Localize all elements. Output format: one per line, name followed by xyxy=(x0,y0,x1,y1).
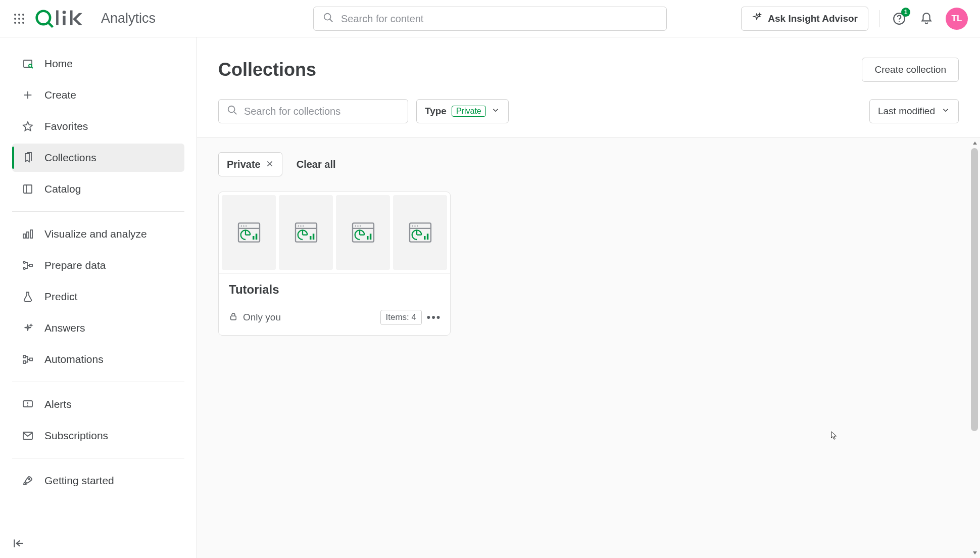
svg-line-43 xyxy=(234,112,237,115)
svg-line-20 xyxy=(31,67,33,68)
svg-point-30 xyxy=(23,267,25,269)
sidebar-item-label: Answers xyxy=(44,322,85,334)
svg-rect-32 xyxy=(23,355,26,358)
content-area: Private Clear all xyxy=(197,138,980,558)
sidebar-item-label: Automations xyxy=(44,353,104,365)
create-collection-button[interactable]: Create collection xyxy=(862,58,959,82)
chart-icon xyxy=(21,227,34,241)
notifications-button[interactable] xyxy=(918,11,935,27)
sidebar-item-subscriptions[interactable]: Subscriptions xyxy=(12,422,184,450)
page-header: Collections Create collection Type Priva… xyxy=(197,37,980,138)
app-thumb-icon xyxy=(279,195,333,270)
ask-insight-advisor-button[interactable]: Ask Insight Advisor xyxy=(741,7,868,31)
data-flow-icon xyxy=(21,259,34,272)
title-row: Collections Create collection xyxy=(218,58,959,82)
collection-title: Tutorials xyxy=(229,283,440,297)
divider xyxy=(12,458,184,458)
svg-rect-82 xyxy=(231,316,236,320)
sidebar-item-collections[interactable]: Collections xyxy=(12,144,184,172)
filter-chip-private[interactable]: Private xyxy=(218,152,282,176)
svg-point-14 xyxy=(324,14,331,20)
svg-rect-18 xyxy=(24,60,32,67)
sidebar-item-predict[interactable]: Predict xyxy=(12,283,184,311)
svg-point-75 xyxy=(414,225,415,226)
sidebar-item-label: Visualize and analyze xyxy=(44,228,147,240)
svg-point-76 xyxy=(417,225,418,226)
svg-point-57 xyxy=(300,225,301,226)
sidebar-item-label: Create xyxy=(44,89,76,101)
svg-rect-62 xyxy=(310,236,312,240)
svg-rect-24 xyxy=(24,185,32,193)
automation-icon xyxy=(21,353,34,366)
scroll-up-icon[interactable] xyxy=(971,139,979,147)
collections-search[interactable] xyxy=(218,99,408,123)
svg-rect-26 xyxy=(23,234,25,238)
app-launcher-icon[interactable] xyxy=(12,12,26,26)
sidebar-item-home[interactable]: Home xyxy=(12,50,184,78)
scroll-thumb[interactable] xyxy=(971,148,978,431)
sidebar-item-visualize[interactable]: Visualize and analyze xyxy=(12,220,184,248)
filters-row: Type Private Last modified xyxy=(218,99,959,123)
svg-point-74 xyxy=(412,225,413,226)
app-thumb-icon xyxy=(393,195,447,270)
sort-label: Last modified xyxy=(878,106,935,117)
sidebar-item-automations[interactable]: Automations xyxy=(12,345,184,374)
vertical-scrollbar[interactable] xyxy=(971,138,979,558)
sidebar-item-favorites[interactable]: Favorites xyxy=(12,112,184,141)
active-filters: Private Clear all xyxy=(218,152,959,176)
card-preview xyxy=(219,192,450,273)
topbar-right: Ask Insight Advisor 1 TL xyxy=(741,7,968,31)
collections-search-input[interactable] xyxy=(244,106,400,117)
sidebar-item-prepare-data[interactable]: Prepare data xyxy=(12,251,184,280)
svg-point-39 xyxy=(29,479,30,480)
avatar[interactable]: TL xyxy=(946,8,968,30)
star-icon xyxy=(21,120,34,133)
svg-rect-27 xyxy=(27,232,29,238)
svg-point-48 xyxy=(243,225,244,226)
sidebar-item-label: Catalog xyxy=(44,183,81,195)
lock-icon xyxy=(229,312,238,323)
plus-icon xyxy=(21,88,34,102)
sidebar-item-getting-started[interactable]: Getting started xyxy=(12,467,184,495)
svg-rect-54 xyxy=(255,234,257,240)
ask-insight-advisor-label: Ask Insight Advisor xyxy=(768,13,858,24)
sidebar-item-label: Predict xyxy=(44,291,77,303)
svg-rect-63 xyxy=(312,234,314,240)
bookmark-collection-icon xyxy=(21,151,34,164)
qlik-logo-icon[interactable] xyxy=(35,8,89,30)
collection-card[interactable]: Tutorials Only you Items: 4 ••• xyxy=(218,192,451,336)
more-options-icon[interactable]: ••• xyxy=(428,311,440,324)
svg-marker-83 xyxy=(973,142,977,145)
svg-point-5 xyxy=(22,18,24,20)
scroll-down-icon[interactable] xyxy=(971,549,979,557)
sidebar-item-answers[interactable]: Answers xyxy=(12,314,184,342)
sidebar-item-label: Favorites xyxy=(44,120,88,132)
sidebar-item-alerts[interactable]: Alerts xyxy=(12,390,184,418)
flask-icon xyxy=(21,290,34,303)
svg-point-2 xyxy=(22,14,24,16)
svg-point-12 xyxy=(63,11,66,14)
items-count: Items: 4 xyxy=(380,310,422,325)
svg-point-7 xyxy=(18,22,20,24)
sort-dropdown[interactable]: Last modified xyxy=(869,99,959,123)
global-search-input[interactable] xyxy=(341,13,657,25)
sparkle-small-icon xyxy=(21,321,34,335)
clear-all-button[interactable]: Clear all xyxy=(297,159,336,170)
type-value: Private xyxy=(452,106,486,117)
svg-point-66 xyxy=(357,225,358,226)
global-search[interactable] xyxy=(313,7,667,31)
collapse-sidebar-icon[interactable] xyxy=(12,537,27,552)
help-button[interactable]: 1 xyxy=(891,11,907,27)
svg-point-49 xyxy=(246,225,247,226)
close-icon[interactable] xyxy=(266,159,274,170)
svg-rect-11 xyxy=(56,10,59,25)
type-dropdown[interactable]: Type Private xyxy=(416,99,509,123)
svg-rect-28 xyxy=(30,230,32,238)
logo-wrap: Analytics xyxy=(35,8,156,30)
svg-point-37 xyxy=(27,405,28,406)
sidebar-item-catalog[interactable]: Catalog xyxy=(12,175,184,203)
sidebar-item-create[interactable]: Create xyxy=(12,81,184,109)
sparkle-icon xyxy=(752,12,762,25)
envelope-icon xyxy=(21,429,34,442)
divider xyxy=(12,382,184,382)
